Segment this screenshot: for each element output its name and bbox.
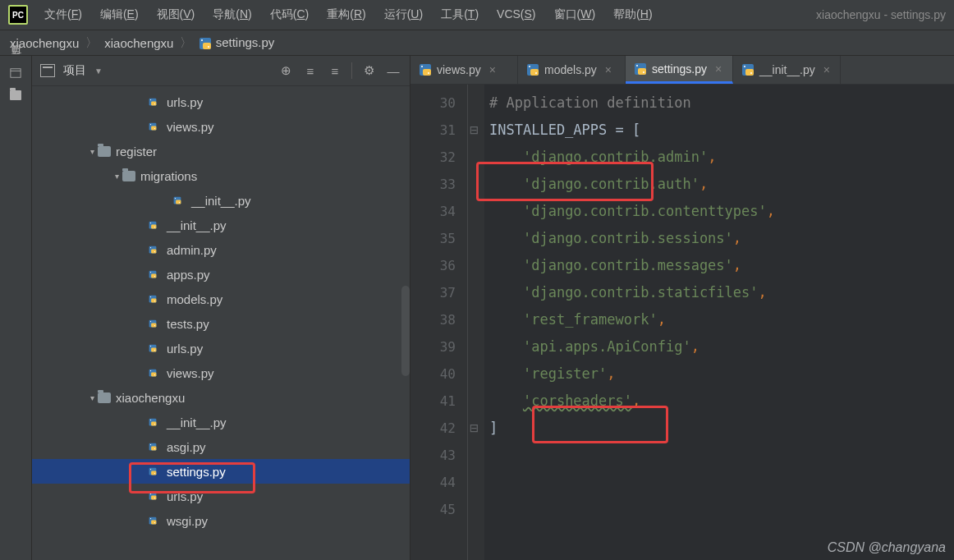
menu-item-6[interactable]: 运行(U) (384, 7, 423, 22)
fold-icon[interactable]: ⊟ (470, 415, 478, 442)
project-panel-header: 项目 ▼ ⊕ ≡ ≡ ⚙ — (32, 56, 410, 86)
fold-icon[interactable]: ⊟ (470, 117, 478, 144)
tree-file[interactable]: urls.py (32, 336, 410, 360)
tree-file[interactable]: __init__.py (32, 188, 410, 213)
code-line: 'django.contrib.contenttypes', (489, 198, 954, 225)
code-line: ⊟] (489, 415, 954, 442)
tree-folder[interactable]: ▾migrations (32, 163, 410, 188)
tree-file[interactable]: tests.py (32, 311, 410, 336)
tree-label: apps.py (167, 268, 210, 282)
tree-file[interactable]: settings.py (32, 459, 410, 484)
menu-item-8[interactable]: VCS(S) (497, 7, 535, 22)
tree-label: migrations (140, 169, 197, 183)
breadcrumb-item[interactable]: xiaochengxu (10, 36, 79, 50)
code-line: 'register', (489, 360, 954, 388)
line-number: 34 (410, 198, 456, 225)
python-file-icon (149, 317, 162, 330)
tree-file[interactable]: views.py (32, 114, 410, 139)
editor-tab[interactable]: views.py× (410, 56, 518, 84)
collapse-all-icon[interactable]: ≡ (327, 62, 343, 79)
line-number: 31 (410, 117, 456, 144)
line-number: 38 (410, 306, 456, 333)
tree-label: __init__.py (167, 218, 227, 232)
tree-file[interactable]: admin.py (32, 237, 410, 262)
svg-rect-4 (11, 69, 21, 78)
close-icon[interactable]: × (489, 63, 496, 76)
locate-icon[interactable]: ⊕ (277, 62, 294, 79)
tree-label: tests.py (167, 317, 209, 331)
tree-label: urls.py (167, 342, 203, 356)
python-file-icon (634, 62, 647, 76)
menu-item-1[interactable]: 编辑(E) (100, 7, 139, 22)
python-file-icon (149, 415, 162, 429)
menu-item-5[interactable]: 重构(R) (327, 7, 365, 22)
tab-label: models.py (544, 63, 597, 76)
line-number: 39 (410, 333, 456, 360)
tree-label: __init__.py (191, 194, 251, 208)
line-number: 32 (410, 144, 456, 171)
python-file-icon (526, 63, 539, 76)
tree-file[interactable]: __init__.py (32, 410, 410, 434)
chevron-down-icon[interactable]: ▼ (94, 67, 103, 76)
tree-folder[interactable]: ▾register (32, 139, 410, 163)
editor-tab[interactable]: settings.py× (626, 56, 733, 84)
tree-label: views.py (167, 120, 214, 134)
menu-item-7[interactable]: 工具(T) (441, 7, 479, 22)
line-number: 41 (410, 388, 456, 415)
breadcrumb-item[interactable]: xiaochengxu (104, 36, 173, 50)
chevron-down-icon[interactable]: ▾ (86, 147, 98, 156)
tree-file[interactable]: models.py (32, 287, 410, 311)
code-line: 'corsheaders', (489, 388, 954, 415)
hide-panel-icon[interactable]: — (385, 62, 401, 79)
code-line: 'django.contrib.admin', (489, 144, 954, 171)
breadcrumb-item[interactable]: settings.py (199, 35, 274, 50)
menu-item-10[interactable]: 帮助(H) (613, 7, 652, 22)
line-number: 36 (410, 252, 456, 279)
python-file-icon (149, 514, 162, 527)
code-line: 'django.contrib.messages', (489, 252, 954, 279)
menu-item-2[interactable]: 视图(V) (157, 7, 195, 22)
tree-label: register (116, 145, 157, 158)
chevron-down-icon[interactable]: ▾ (111, 172, 122, 181)
menu-item-3[interactable]: 导航(N) (213, 7, 251, 22)
menu-item-9[interactable]: 窗口(W) (554, 7, 596, 22)
python-file-icon (149, 95, 162, 108)
editor-tab[interactable]: models.py× (518, 56, 626, 84)
line-number: 45 (410, 496, 456, 523)
menu-item-0[interactable]: 文件(F) (44, 7, 82, 22)
menu-item-4[interactable]: 代码(C) (270, 7, 309, 22)
line-number: 30 (410, 90, 456, 117)
code-line: 'django.contrib.auth', (489, 171, 954, 198)
line-number: 43 (410, 442, 456, 469)
tree-file[interactable]: views.py (32, 360, 410, 385)
project-stripe-button[interactable]: 项目 (8, 62, 23, 79)
structure-stripe-icon[interactable] (10, 90, 21, 100)
line-number: 35 (410, 225, 456, 252)
line-number: 42 (410, 415, 456, 442)
project-tree[interactable]: urls.pyviews.py▾register▾migrations__ini… (32, 86, 410, 560)
close-icon[interactable]: × (823, 63, 830, 76)
close-icon[interactable]: × (715, 62, 722, 76)
tree-file[interactable]: urls.py (32, 484, 410, 508)
expand-all-icon[interactable]: ≡ (302, 62, 319, 79)
breadcrumb: xiaochengxu〉xiaochengxu〉 settings.py (0, 30, 954, 56)
gear-icon[interactable]: ⚙ (360, 62, 377, 79)
line-number: 40 (410, 360, 456, 388)
tree-label: urls.py (167, 95, 203, 109)
tree-label: xiaochengxu (116, 391, 185, 405)
tree-label: __init__.py (167, 415, 227, 429)
tree-file[interactable]: apps.py (32, 262, 410, 287)
tree-file[interactable]: wsgi.py (32, 508, 410, 533)
chevron-down-icon[interactable]: ▾ (86, 393, 98, 402)
editor-tab[interactable]: __init__.py× (733, 56, 841, 84)
python-file-icon (149, 218, 162, 232)
project-scrollbar[interactable] (401, 286, 410, 376)
tree-label: admin.py (167, 243, 217, 257)
code-line: # Application definition (489, 90, 954, 117)
tree-file[interactable]: urls.py (32, 90, 410, 114)
close-icon[interactable]: × (605, 63, 612, 76)
tree-file[interactable]: asgi.py (32, 434, 410, 459)
tree-folder[interactable]: ▾xiaochengxu (32, 385, 410, 410)
tree-file[interactable]: __init__.py (32, 213, 410, 237)
code-editor[interactable]: # Application definition⊟INSTALLED_APPS … (484, 85, 954, 560)
